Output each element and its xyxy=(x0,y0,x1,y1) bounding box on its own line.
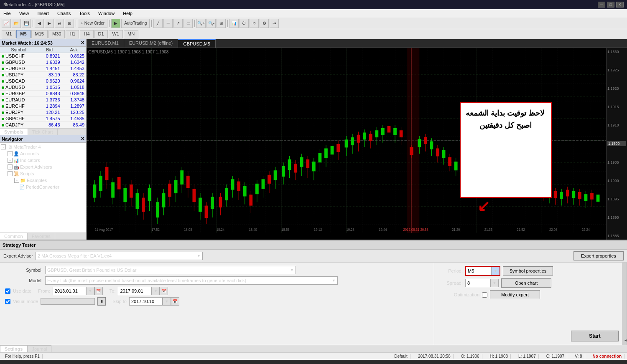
menu-tools[interactable]: Tools xyxy=(77,10,92,17)
nav-tab-favorites[interactable]: Favorites xyxy=(28,233,55,240)
from-cal-btn[interactable]: 📅 xyxy=(94,287,103,295)
zoom-in-btn[interactable]: 🔍+ xyxy=(196,19,206,28)
refresh-btn[interactable]: ↺ xyxy=(250,19,259,28)
market-watch-row[interactable]: USDCAD 0.9620 0.9624 xyxy=(0,78,86,84)
tester-tab-settings[interactable]: Settings xyxy=(0,345,27,352)
menu-insert[interactable]: Insert xyxy=(36,10,51,17)
rectangle-btn[interactable]: ▭ xyxy=(184,19,193,28)
close-button[interactable]: ✕ xyxy=(616,2,624,8)
maximize-button[interactable]: □ xyxy=(607,2,614,8)
chart-tab-eurusd-m1[interactable]: EURUSD,M1 xyxy=(87,39,124,48)
use-date-checkbox[interactable] xyxy=(5,288,10,294)
autotrading-label-btn[interactable]: AutoTrading xyxy=(121,19,150,28)
market-watch-row[interactable]: EURAUD 1.3736 1.3748 xyxy=(0,97,86,103)
menu-view[interactable]: View xyxy=(18,10,31,17)
market-watch-row[interactable]: CADJPY 86.43 86.49 xyxy=(0,122,86,128)
minimize-button[interactable]: ─ xyxy=(598,2,605,8)
tester-tab-journal[interactable]: Journal xyxy=(27,345,51,352)
ea-dropdown[interactable]: 2 MA Crosses Mega filter EA V1.ex4 ▼ xyxy=(36,252,203,260)
mw-tab-symbols[interactable]: Symbols xyxy=(0,129,28,135)
svg-rect-102 xyxy=(351,137,354,145)
indicators-btn[interactable]: 📊 xyxy=(229,19,239,28)
menu-help[interactable]: Help xyxy=(121,10,134,17)
market-watch-row[interactable]: GBPCHF 1.4575 1.4585 xyxy=(0,116,86,122)
nav-indicators[interactable]: + 📊 Indicators xyxy=(1,157,85,164)
back-btn[interactable]: ◀ xyxy=(35,19,44,28)
line-btn[interactable]: ╱ xyxy=(153,19,163,28)
period-dropdown[interactable]: ▼ xyxy=(491,267,500,275)
skip-to-input[interactable] xyxy=(129,297,163,306)
forward-btn[interactable]: ▶ xyxy=(45,19,54,28)
chart-tab-eurusd-m2[interactable]: EURUSD,M2 (offline) xyxy=(124,39,178,48)
period-mn[interactable]: MN xyxy=(124,30,138,38)
period-m15[interactable]: M15 xyxy=(31,30,48,38)
arrow-btn[interactable]: ↗ xyxy=(173,19,183,28)
visual-pause-btn[interactable]: ⏸ xyxy=(97,297,106,306)
nav-scripts[interactable]: - 📜 Scripts xyxy=(1,170,85,177)
market-watch-row[interactable]: EURCHF 1.2894 1.2897 xyxy=(0,103,86,109)
zoom-out-btn[interactable]: 🔍- xyxy=(206,19,216,28)
nav-expert-advisors[interactable]: + 🤖 Expert Advisors xyxy=(1,164,85,170)
optimization-checkbox[interactable] xyxy=(482,292,487,298)
save-btn[interactable]: 💾 xyxy=(22,19,31,28)
tester-vertical-tab[interactable]: ▸ xyxy=(622,263,627,345)
new-chart-btn[interactable]: 📈 xyxy=(2,19,11,28)
to-date-dropdown[interactable]: ▼ xyxy=(151,287,160,295)
market-watch-row[interactable]: USDJPY 83.19 83.22 xyxy=(0,72,86,78)
expert-properties-btn[interactable]: Expert properties xyxy=(573,251,624,260)
open-chart-btn[interactable]: Open chart xyxy=(501,278,551,288)
new-order-btn[interactable]: + New Order xyxy=(78,19,107,28)
to-date-input[interactable] xyxy=(118,287,151,295)
period-m5[interactable]: M5 xyxy=(16,30,30,38)
period-input[interactable] xyxy=(466,267,491,275)
market-watch-row[interactable]: GBPUSD 1.6339 1.6342 xyxy=(0,59,86,66)
menu-window[interactable]: Window xyxy=(97,10,116,17)
skip-to-cal-btn[interactable]: 📅 xyxy=(171,297,179,306)
menu-file[interactable]: File xyxy=(2,10,13,17)
nav-examples[interactable]: + 📁 Examples xyxy=(1,177,85,184)
visual-speed-slider[interactable] xyxy=(41,298,95,305)
nav-period-converter[interactable]: 📄 PeriodConverter xyxy=(1,184,85,190)
period-d1[interactable]: D1 xyxy=(94,30,108,38)
nav-metatrader4[interactable]: - 🖥 MetaTrader 4 xyxy=(1,144,85,150)
tester-minimize-icon[interactable]: ▲ xyxy=(3,1,8,5)
navigator-close[interactable]: ✕ xyxy=(81,136,84,142)
chart-type-btn[interactable]: ⊞ xyxy=(217,19,226,28)
mw-tab-tick[interactable]: Tick Chart xyxy=(28,129,58,135)
chart-shift-btn[interactable]: ⇥ xyxy=(270,19,279,28)
period-h4[interactable]: H4 xyxy=(80,30,93,38)
market-watch-row[interactable]: EURGBP 0.8843 0.8846 xyxy=(0,91,86,97)
market-watch-close[interactable]: ✕ xyxy=(81,40,84,46)
properties-btn[interactable]: ⊞ xyxy=(65,19,74,28)
spread-dropdown[interactable]: ▼ xyxy=(490,279,499,287)
market-watch-row[interactable]: EURUSD 1.4451 1.4453 xyxy=(0,66,86,72)
to-cal-btn[interactable]: 📅 xyxy=(160,287,168,295)
autotrading-btn[interactable]: ▶ xyxy=(111,19,120,28)
visual-mode-checkbox[interactable] xyxy=(5,299,10,304)
modify-expert-btn[interactable]: Modify expert xyxy=(490,290,540,299)
print-btn[interactable]: 🖨 xyxy=(55,19,64,28)
period-btn[interactable]: ⏱ xyxy=(240,19,249,28)
skip-to-dropdown[interactable]: ▼ xyxy=(163,297,171,306)
start-btn[interactable]: Start xyxy=(571,331,619,341)
period-m30[interactable]: M30 xyxy=(48,30,65,38)
menu-charts[interactable]: Charts xyxy=(56,10,72,17)
symbol-properties-btn[interactable]: Symbol properties xyxy=(503,266,553,276)
model-dropdown[interactable]: Every tick (the most precise method base… xyxy=(45,276,338,285)
from-date-input[interactable] xyxy=(53,287,86,295)
period-m1[interactable]: M1 xyxy=(2,30,15,38)
hline-btn[interactable]: ─ xyxy=(163,19,173,28)
open-btn[interactable]: 📂 xyxy=(12,19,21,28)
nav-tab-common[interactable]: Common xyxy=(0,233,28,240)
market-watch-row[interactable]: AUDUSD 1.0515 1.0518 xyxy=(0,84,86,91)
chart-tab-gbpusd-m5[interactable]: GBPUSD,M5 xyxy=(178,39,216,48)
symbol-dropdown[interactable]: GBPUSD, Great Britain Pound vs US Dollar… xyxy=(45,266,296,274)
spread-input[interactable] xyxy=(465,279,490,287)
period-w1[interactable]: W1 xyxy=(109,30,123,38)
from-date-dropdown[interactable]: ▼ xyxy=(86,287,94,295)
market-watch-row[interactable]: USDCHF 0.8921 0.8925 xyxy=(0,53,86,59)
settings-btn[interactable]: ⚙ xyxy=(260,19,269,28)
market-watch-row[interactable]: EURJPY 120.21 120.25 xyxy=(0,109,86,116)
period-h1[interactable]: H1 xyxy=(66,30,79,38)
nav-accounts[interactable]: + 👤 Accounts xyxy=(1,150,85,157)
